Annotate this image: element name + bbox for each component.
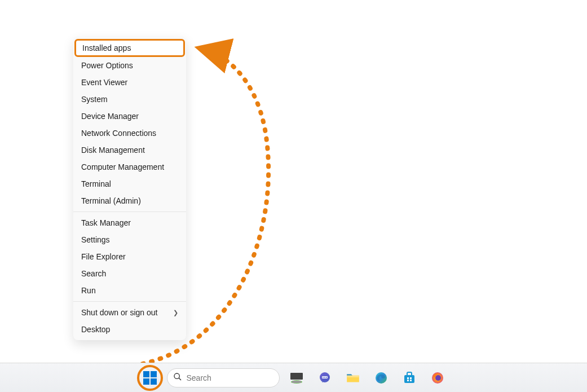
menu-label: Disk Management	[81, 146, 145, 155]
taskbar	[0, 363, 587, 392]
svg-rect-19	[410, 380, 412, 381]
menu-label: Terminal (Admin)	[81, 196, 141, 205]
menu-item-network-connections[interactable]: Network Connections	[73, 125, 186, 142]
firefox-icon	[431, 371, 444, 385]
search-box[interactable]	[167, 368, 280, 387]
menu-label: System	[81, 95, 108, 104]
svg-rect-13	[347, 375, 359, 377]
store-icon	[403, 371, 416, 385]
menu-item-search[interactable]: Search	[73, 265, 186, 282]
menu-item-desktop[interactable]: Desktop	[73, 321, 186, 338]
menu-label: File Explorer	[81, 252, 126, 261]
task-view-icon	[290, 373, 303, 383]
menu-label: Device Manager	[81, 112, 139, 121]
svg-point-12	[326, 377, 327, 378]
menu-item-run[interactable]: Run	[73, 282, 186, 299]
menu-divider	[73, 301, 186, 302]
menu-label: Event Viewer	[81, 78, 127, 87]
svg-point-0	[174, 373, 179, 378]
menu-label: Network Connections	[81, 129, 156, 138]
svg-point-10	[323, 377, 324, 378]
firefox-button[interactable]	[426, 367, 449, 389]
edge-icon	[374, 371, 388, 385]
edge-button[interactable]	[370, 367, 392, 389]
menu-item-installed-apps[interactable]: Installed apps	[74, 39, 185, 57]
winx-context-menu: Installed apps Power Options Event Viewe…	[73, 37, 186, 340]
menu-item-terminal-admin[interactable]: Terminal (Admin)	[73, 192, 186, 209]
menu-item-system[interactable]: System	[73, 91, 186, 108]
menu-item-shutdown-signout[interactable]: Shut down or sign out ❯	[73, 304, 186, 321]
menu-item-task-manager[interactable]: Task Manager	[73, 214, 186, 231]
svg-rect-15	[404, 375, 414, 383]
chat-button[interactable]	[314, 367, 336, 389]
menu-divider	[73, 212, 186, 212]
menu-item-terminal[interactable]: Terminal	[73, 175, 186, 192]
svg-point-11	[324, 377, 325, 378]
menu-item-disk-management[interactable]: Disk Management	[73, 142, 186, 158]
menu-item-power-options[interactable]: Power Options	[73, 57, 186, 74]
task-view-button[interactable]	[285, 367, 308, 389]
menu-label: Search	[81, 269, 106, 278]
svg-point-21	[435, 375, 441, 381]
menu-label: Installed apps	[82, 43, 131, 52]
svg-line-1	[179, 378, 181, 380]
svg-rect-17	[410, 377, 412, 379]
menu-label: Task Manager	[81, 218, 131, 227]
folder-icon	[346, 371, 360, 385]
menu-item-computer-management[interactable]: Computer Management	[73, 158, 186, 175]
menu-label: Computer Management	[81, 162, 164, 171]
chat-icon	[318, 371, 332, 385]
svg-rect-18	[407, 380, 409, 381]
menu-label: Settings	[81, 235, 110, 244]
menu-item-file-explorer[interactable]: File Explorer	[73, 248, 186, 265]
start-button[interactable]	[139, 367, 161, 389]
search-input[interactable]	[187, 373, 285, 382]
menu-item-device-manager[interactable]: Device Manager	[73, 108, 186, 125]
file-explorer-button[interactable]	[342, 367, 364, 389]
menu-label: Shut down or sign out	[81, 308, 157, 317]
store-button[interactable]	[398, 367, 421, 389]
menu-label: Run	[81, 286, 96, 295]
menu-item-event-viewer[interactable]: Event Viewer	[73, 74, 186, 91]
menu-label: Terminal	[81, 179, 111, 188]
menu-label: Power Options	[81, 61, 133, 70]
svg-rect-16	[407, 377, 409, 379]
menu-label: Desktop	[81, 325, 110, 334]
menu-item-settings[interactable]: Settings	[73, 231, 186, 248]
windows-start-icon	[143, 371, 157, 385]
search-icon	[173, 372, 182, 383]
chevron-right-icon: ❯	[173, 309, 178, 316]
